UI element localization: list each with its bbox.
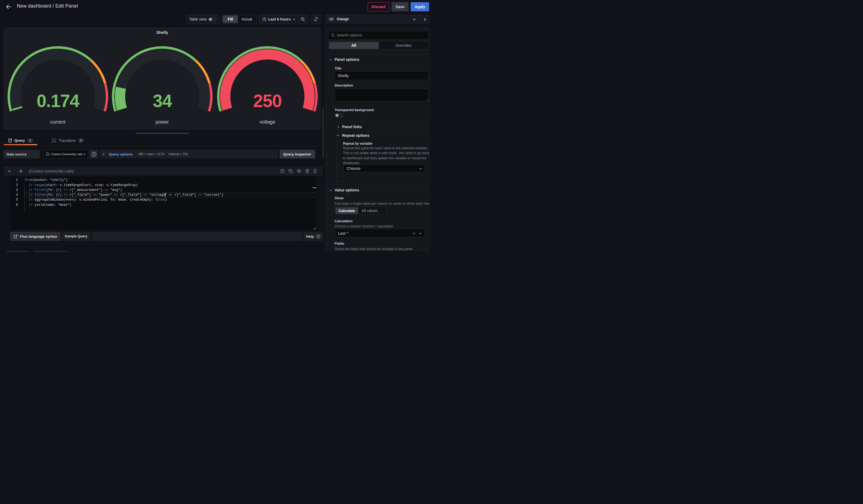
- svg-text:?: ?: [282, 170, 283, 173]
- svg-text:?: ?: [93, 153, 95, 156]
- svg-text:70: 70: [330, 18, 332, 21]
